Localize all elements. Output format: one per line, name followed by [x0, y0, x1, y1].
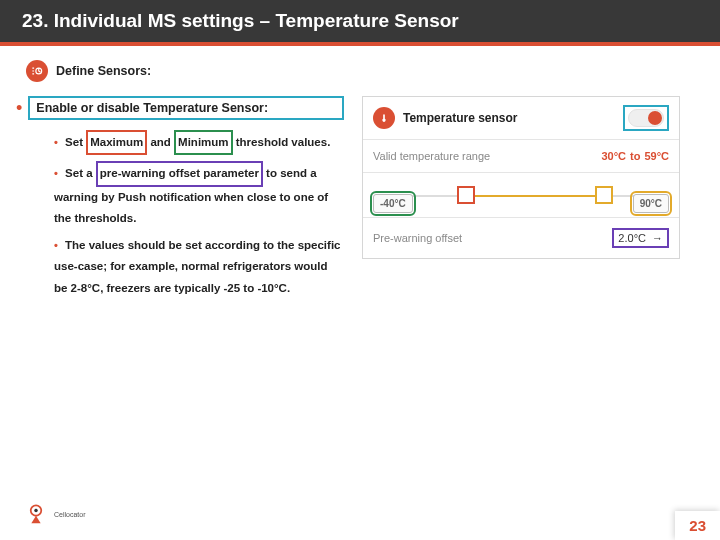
- maximum-highlight: Maximum: [86, 130, 147, 155]
- minimum-highlight: Minimum: [174, 130, 232, 155]
- prewarning-highlight: pre-warning offset parameter: [96, 161, 263, 186]
- page-number: 23: [675, 511, 720, 540]
- slider-fill: [466, 195, 604, 197]
- slide-title: 23. Individual MS settings – Temperature…: [22, 10, 698, 32]
- valid-range-values: 30°C to 59°C: [601, 150, 669, 162]
- temperature-toggle[interactable]: [628, 109, 664, 127]
- sub-text: Set a: [65, 167, 93, 179]
- sub-text: Set: [65, 136, 83, 148]
- svg-point-2: [34, 509, 38, 513]
- sub-bullet-prewarning: • Set a pre-warning offset parameter to …: [54, 161, 344, 229]
- sensor-badge-icon: [26, 60, 48, 82]
- range-low-value: 30°C: [601, 150, 626, 162]
- slider-max-chip: 90°C: [633, 194, 669, 213]
- toggle-knob-icon: [648, 111, 662, 125]
- prewarning-offset-label: Pre-warning offset: [373, 232, 462, 244]
- main-two-col: • Enable or disable Temperature Sensor: …: [26, 96, 694, 305]
- text-column: • Enable or disable Temperature Sensor: …: [26, 96, 344, 305]
- phone-screenshot-card: Temperature sensor Valid temperature ran…: [362, 96, 680, 259]
- slider-handle-high[interactable]: [595, 186, 613, 204]
- slider-handle-low[interactable]: [457, 186, 475, 204]
- prewarning-offset-value: 2.0°C: [618, 232, 646, 244]
- phone-card: Temperature sensor Valid temperature ran…: [362, 96, 680, 259]
- enable-toggle-highlight: [623, 105, 669, 131]
- range-slider[interactable]: [383, 195, 659, 197]
- phone-header-left: Temperature sensor: [373, 107, 518, 129]
- thermometer-icon: [373, 107, 395, 129]
- enable-disable-bullet: • Enable or disable Temperature Sensor:: [16, 96, 344, 120]
- define-sensors-row: Define Sensors:: [26, 60, 694, 82]
- slide-content: Define Sensors: • Enable or disable Temp…: [0, 46, 720, 313]
- sub-text: and: [150, 136, 170, 148]
- brand-logo: Cellocator: [22, 500, 86, 528]
- sub-bullet-thresholds: • Set Maximum and Minimum threshold valu…: [54, 130, 344, 155]
- slider-min-chip: -40°C: [373, 194, 413, 213]
- valid-range-row: Valid temperature range 30°C to 59°C: [363, 140, 679, 173]
- range-high-value: 59°C: [644, 150, 669, 162]
- valid-range-label: Valid temperature range: [373, 150, 490, 162]
- prewarning-offset-value-highlight: 2.0°C →: [612, 228, 669, 248]
- slide-header: 23. Individual MS settings – Temperature…: [0, 0, 720, 46]
- range-to-label: to: [630, 150, 640, 162]
- sub-text: The values should be set according to th…: [54, 239, 341, 294]
- phone-temperature-title: Temperature sensor: [403, 111, 518, 125]
- sub-bullet-dot-icon: •: [54, 239, 58, 251]
- chevron-right-icon: →: [652, 232, 663, 244]
- sub-bullet-usecase: • The values should be set according to …: [54, 235, 344, 299]
- range-slider-row: -40°C 90°C: [363, 173, 679, 218]
- sub-bullet-dot-icon: •: [54, 167, 58, 179]
- sub-bullet-dot-icon: •: [54, 136, 58, 148]
- brand-name: Cellocator: [54, 511, 86, 518]
- enable-disable-highlight: Enable or disable Temperature Sensor:: [28, 96, 344, 120]
- sub-bullets: • Set Maximum and Minimum threshold valu…: [54, 130, 344, 299]
- define-sensors-label: Define Sensors:: [56, 64, 151, 78]
- prewarning-offset-row[interactable]: Pre-warning offset 2.0°C →: [363, 218, 679, 258]
- sub-text: threshold values.: [236, 136, 331, 148]
- phone-temperature-header: Temperature sensor: [363, 97, 679, 140]
